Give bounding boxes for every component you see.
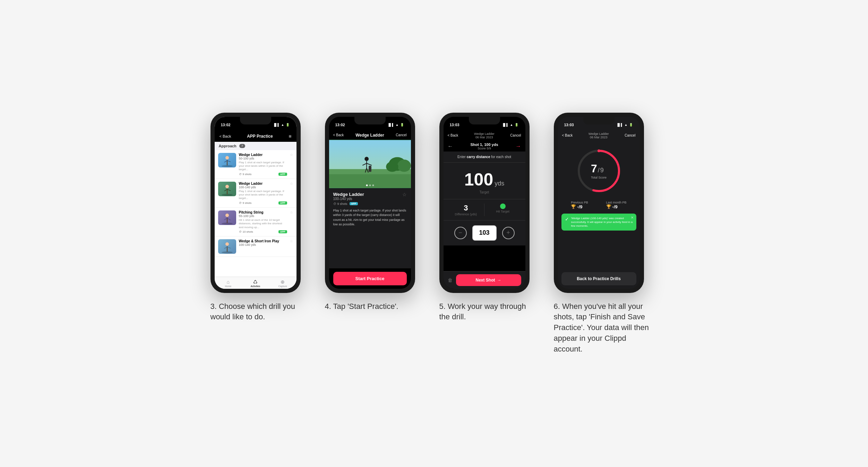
drill-footer-3: ⏱ 10 shots APP — [239, 230, 287, 233]
phone4-drill-yards: 100-140 yds — [333, 197, 364, 201]
phone6-score-value: 7 — [591, 162, 597, 175]
phone5-increment-button[interactable]: + — [502, 227, 515, 239]
phone4-start-button[interactable]: Start Practice — [333, 272, 407, 285]
drill-item-1[interactable]: Wedge Ladder 50-100 yds Play 1 shot at e… — [215, 150, 297, 179]
phone3-frame: 13:02 ▐▌▌ ▲ 🔋 < Back APP Practice ≡ — [210, 113, 301, 293]
phone4-status-time: 13:02 — [335, 123, 345, 127]
battery-icon-6: 🔋 — [629, 123, 633, 127]
phone3-section-header: Approach 7 — [215, 142, 297, 150]
shots-text-2: 9 shots — [243, 201, 252, 205]
phone5-nav-date: 06 Mar 2023 — [474, 136, 495, 139]
svg-point-3 — [225, 156, 229, 159]
app-badge-2: APP — [278, 201, 287, 205]
phone6-frame: 13:03 ▐▌▌ ▲ 🔋 < Back Wedge Ladder — [554, 113, 644, 293]
wifi-icon-6: ▲ — [625, 123, 628, 127]
drill-star-1[interactable]: ☆ — [290, 153, 293, 157]
phone5-next-shot-label: Next Shot — [475, 278, 495, 283]
drill-star-4[interactable]: ☆ — [290, 239, 293, 243]
phone5-input-value[interactable]: 103 — [472, 225, 497, 241]
dot-2 — [369, 184, 371, 186]
phone5-nav: < Back Wedge Ladder 06 Mar 2023 Cancel — [444, 131, 525, 141]
drill-yards-3: 55-100 yds — [239, 214, 287, 218]
svg-point-28 — [397, 159, 411, 172]
phone5-back-button[interactable]: < Back — [448, 133, 458, 137]
dot-3 — [372, 184, 374, 186]
phones-row: 13:02 ▐▌▌ ▲ 🔋 < Back APP Practice ≡ — [191, 113, 677, 355]
shots-text-1: 9 shots — [243, 173, 252, 176]
drill-item-3[interactable]: Pitching String 55-100 yds Hit 1 shot at… — [215, 208, 297, 236]
svg-line-22 — [227, 247, 231, 248]
svg-line-5 — [224, 161, 227, 162]
phone4-content: Wedge Ladder 100-140 yds ☆ ⏱ 9 shots APP — [329, 188, 411, 268]
phone6-last-month-num: -/9 — [612, 204, 618, 209]
phone4-star-icon[interactable]: ☆ — [402, 192, 407, 197]
home-icon: ⌂ — [227, 279, 230, 285]
trophy-icon-1: 🏆 — [571, 204, 576, 209]
phone3-caption: 3. Choose which drill you would like to … — [210, 301, 308, 323]
phone6-nav-date: 06 Mar 2023 — [588, 136, 609, 139]
phone3-section-label: Approach — [219, 144, 237, 148]
phone6-cancel-button[interactable]: Cancel — [625, 133, 635, 137]
phone5-cancel-button[interactable]: Cancel — [510, 133, 521, 137]
phone5-nav-title-block: Wedge Ladder 06 Mar 2023 — [474, 132, 495, 139]
phone5-yards-unit: yds — [495, 180, 504, 187]
phone5-hit-label: Hit Target — [484, 210, 521, 213]
phone3-nav-title: APP Practice — [247, 134, 273, 139]
phone5-prev-arrow[interactable]: ← — [448, 143, 453, 149]
phone5-next-arrow-icon: → — [497, 278, 501, 283]
phone3-menu-icon[interactable]: ≡ — [289, 133, 291, 139]
phone4-nav: < Back Wedge Ladder Cancel — [329, 131, 411, 140]
phone6-nav-title-block: Wedge Ladder 06 Mar 2023 — [588, 132, 609, 139]
tab-capture[interactable]: ⊕ Capture — [269, 279, 297, 287]
drill-thumb-2 — [218, 182, 236, 196]
phone6-success-text: 'Wedge Ladder (100-140 yds)' was created… — [571, 216, 633, 228]
phone5-next-arrow[interactable]: → — [516, 143, 521, 149]
phone6-previous-pb-label: Previous PB — [571, 201, 588, 204]
phone3-back-button[interactable]: < Back — [220, 134, 231, 138]
battery-icon-4: 🔋 — [400, 123, 404, 127]
phone5-screen: 13:03 ▐▌▌ ▲ 🔋 < Back Wedge Ladder — [444, 117, 525, 289]
svg-point-30 — [364, 157, 369, 161]
phone4-image-dots — [366, 184, 374, 186]
phone4-cancel-button[interactable]: Cancel — [396, 133, 406, 137]
tab-activities[interactable]: ♺ Activities — [242, 279, 269, 287]
shots-info-3: ⏱ 10 shots — [239, 230, 253, 233]
phone6-notch — [583, 117, 615, 124]
phone6-previous-pb-value: 🏆 -/9 — [571, 204, 588, 209]
phone6-back-to-drills-button[interactable]: Back to Practice Drills — [561, 272, 636, 285]
phone6-nav-subtitle: Wedge Ladder — [588, 132, 609, 136]
phone5-decrement-button[interactable]: − — [454, 227, 467, 239]
phone4-drill-title-block: Wedge Ladder 100-140 yds — [333, 192, 364, 201]
phone4-back-button[interactable]: < Back — [333, 133, 344, 137]
signal-icon-4: ▐▌▌ — [387, 123, 394, 127]
phone5-delete-icon[interactable]: 🗑 — [448, 277, 453, 283]
wifi-icon-4: ▲ — [396, 123, 399, 127]
shots-text-3: 10 shots — [243, 230, 253, 233]
drill-item-2[interactable]: Wedge Ladder 100-140 yds Play 1 shot at … — [215, 179, 297, 208]
drill-star-2[interactable]: ☆ — [290, 182, 293, 185]
phone5-frame: 13:03 ▐▌▌ ▲ 🔋 < Back Wedge Ladder — [439, 113, 530, 293]
drill-star-3[interactable]: ☆ — [290, 210, 293, 214]
phone6-score-container: 7 / 9 Total Score — [558, 141, 640, 201]
phone6-back-button[interactable]: < Back — [562, 133, 573, 137]
svg-line-16 — [227, 218, 231, 220]
phone5-status-time: 13:03 — [450, 123, 459, 127]
page-container: 13:02 ▐▌▌ ▲ 🔋 < Back APP Practice ≡ — [191, 113, 677, 355]
phone5-nav-subtitle: Wedge Ladder — [474, 132, 495, 136]
tab-home[interactable]: ⌂ Home — [215, 279, 242, 287]
phone6-status-time: 13:03 — [564, 123, 574, 127]
phone6-previous-pb: Previous PB 🏆 -/9 — [571, 201, 588, 209]
phone6-success-close-button[interactable]: ✕ — [631, 216, 634, 219]
drill-desc-1: Play 1 shot at each target yardage. If y… — [239, 161, 287, 172]
drill-item-4[interactable]: Wedge & Short Iron Play 100-140 yds ☆ — [215, 236, 297, 257]
carry-distance-bold: carry distance — [467, 155, 490, 159]
clock-icon-2: ⏱ — [239, 201, 242, 205]
phone5-footer: 🗑 Next Shot → — [444, 271, 525, 289]
phone5-next-shot-button[interactable]: Next Shot → — [456, 274, 521, 286]
drill-info-2: Wedge Ladder 100-140 yds Play 1 shot at … — [239, 182, 287, 205]
phone6-last-month-value: 🏆 -/9 — [606, 204, 627, 209]
phone5-notch — [469, 117, 500, 124]
phone4-status-icons: ▐▌▌ ▲ 🔋 — [387, 123, 404, 127]
activities-icon: ♺ — [253, 279, 258, 285]
phone3-drill-list: Wedge Ladder 50-100 yds Play 1 shot at e… — [215, 150, 297, 277]
